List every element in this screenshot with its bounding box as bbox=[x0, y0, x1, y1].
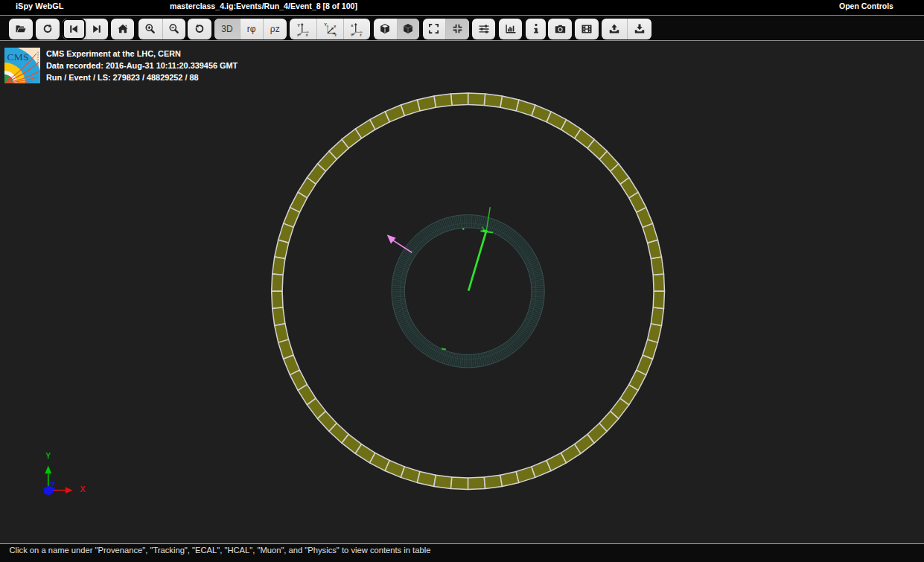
svg-text:CMS: CMS bbox=[7, 51, 29, 63]
svg-text:z: z bbox=[296, 32, 299, 36]
svg-text:z: z bbox=[360, 32, 362, 36]
svg-text:z: z bbox=[334, 32, 337, 36]
svg-text:X: X bbox=[80, 485, 85, 494]
svg-text:Y: Y bbox=[297, 22, 300, 27]
svg-text:x: x bbox=[351, 22, 354, 27]
svg-text:x: x bbox=[305, 32, 308, 36]
svg-text:Y: Y bbox=[351, 32, 354, 36]
svg-text:x: x bbox=[334, 24, 337, 28]
svg-text:Y: Y bbox=[324, 22, 327, 27]
svg-text:Y: Y bbox=[45, 451, 51, 460]
